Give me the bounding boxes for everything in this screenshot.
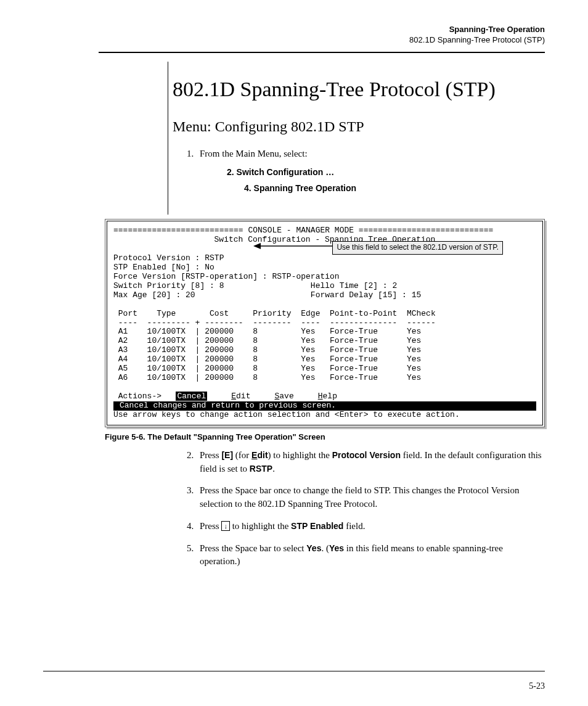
- header-title: Spanning-Tree Operation: [99, 25, 545, 35]
- console-sep: ---- --------- + -------- -------- ---- …: [113, 319, 536, 328]
- console-header-line: =========================== CONSOLE - MA…: [113, 226, 536, 236]
- step-2: Press [E] (for Edit) to highlight the Pr…: [196, 449, 545, 476]
- menu-path-2: 2. Switch Configuration …: [227, 166, 545, 178]
- figure-caption: Figure 5-6. The Default "Spanning Tree O…: [105, 432, 545, 441]
- console-row: A5 10/100TX | 200000 8 Yes Force-True Ye…: [113, 364, 536, 374]
- console-protocol-line: Protocol Version : RSTP: [113, 254, 536, 263]
- console-row: A2 10/100TX | 200000 8 Yes Force-True Ye…: [113, 337, 536, 346]
- header-rule: [99, 52, 545, 53]
- console-row: A4 10/100TX | 200000 8 Yes Force-True Ye…: [113, 355, 536, 364]
- step-1: From the Main Menu, select: 2. Switch Co…: [196, 147, 545, 194]
- header-subtitle: 802.1D Spanning-Tree Protocol (STP): [99, 35, 545, 46]
- console-row: A6 10/100TX | 200000 8 Yes Force-True Ye…: [113, 374, 536, 383]
- menu-path-4: 4. Spanning Tree Operation: [244, 182, 545, 194]
- console-row: A1 10/100TX | 200000 8 Yes Force-True Ye…: [113, 327, 536, 337]
- console-figure: Use this field to select the 802.1D vers…: [105, 219, 545, 427]
- callout-label: Use this field to select the 802.1D vers…: [332, 241, 503, 255]
- step-5: Press the Space bar to select Yes. (Yes …: [196, 542, 545, 569]
- console-hint: Use arrow keys to change action selectio…: [113, 411, 536, 420]
- step-3: Press the Space bar once to change the f…: [196, 484, 545, 511]
- page-header: Spanning-Tree Operation 802.1D Spanning-…: [99, 25, 545, 46]
- console-actions: Actions-> Cancel Edit Save Help: [113, 392, 536, 401]
- step-4: Press ↓ to highlight the STP Enabled fie…: [196, 520, 545, 533]
- console-status-bar: Cancel changes and return to previous sc…: [113, 401, 536, 411]
- page-title: 802.1D Spanning-Tree Protocol (STP): [173, 78, 545, 101]
- footer-rule: [43, 671, 545, 671]
- step-1-text: From the Main Menu, select:: [200, 149, 308, 158]
- svg-marker-1: [253, 243, 261, 249]
- console-columns: Port Type Cost Priority Edge Point-to-Po…: [113, 310, 536, 319]
- down-arrow-icon: ↓: [221, 521, 230, 531]
- action-cancel: Cancel: [176, 392, 207, 401]
- section-title: Menu: Configuring 802.1D STP: [173, 118, 545, 135]
- console-screen: Use this field to select the 802.1D vers…: [107, 221, 543, 425]
- console-row: A3 10/100TX | 200000 8 Yes Force-True Ye…: [113, 346, 536, 355]
- margin-rule: [168, 62, 168, 215]
- console-params: STP Enabled [No] : No Force Version [RST…: [113, 263, 536, 300]
- page-number: 5-23: [529, 681, 545, 691]
